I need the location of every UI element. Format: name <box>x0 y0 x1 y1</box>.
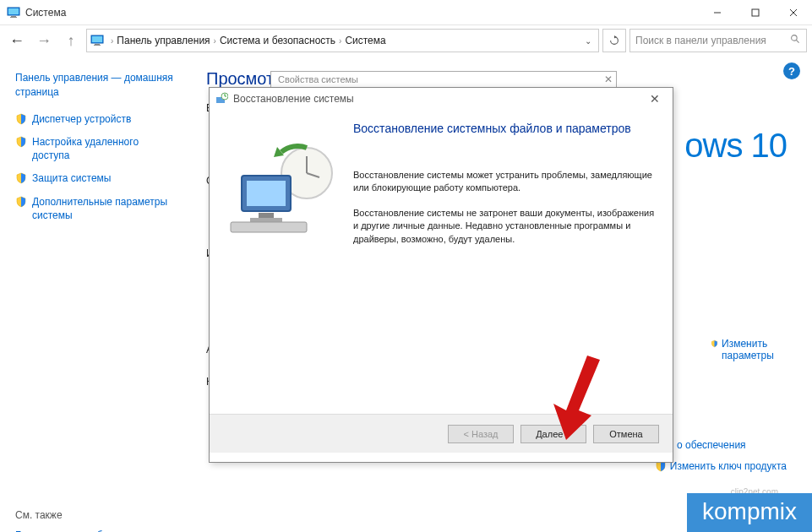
sidebar-device-manager[interactable]: Диспетчер устройств <box>15 113 176 127</box>
system-restore-dialog: Восстановление системы ✕ Восстановление … <box>209 87 673 463</box>
license-terms-link[interactable]: о обеспечения <box>677 439 787 451</box>
next-button[interactable]: Далее > <box>520 425 586 443</box>
change-settings-link[interactable]: Изменить параметры <box>711 338 787 361</box>
svg-rect-20 <box>247 181 286 206</box>
shield-icon <box>15 113 27 125</box>
breadcrumb-item[interactable]: Панель управления <box>117 35 210 46</box>
watermark: kompmix <box>687 493 812 532</box>
forward-button[interactable]: → <box>32 29 56 52</box>
svg-line-13 <box>796 40 798 42</box>
control-panel-home-link[interactable]: Панель управления — домашняя страница <box>15 71 176 100</box>
close-icon[interactable]: ✕ <box>642 92 668 106</box>
sidebar-item-label: Защита системы <box>32 172 111 186</box>
maximize-button[interactable] <box>736 0 774 25</box>
shield-icon <box>711 338 718 350</box>
breadcrumb[interactable]: › Панель управления › Система и безопасн… <box>86 29 599 52</box>
chevron-down-icon[interactable]: ⌄ <box>585 36 595 46</box>
refresh-button[interactable] <box>602 29 626 52</box>
breadcrumb-sep: › <box>111 36 113 46</box>
svg-rect-3 <box>10 17 17 18</box>
dialog-header: Восстановление системы ✕ <box>210 88 673 110</box>
dialog-text: Восстановление системных файлов и параме… <box>353 118 656 405</box>
restore-illustration <box>226 144 336 236</box>
breadcrumb-sep: › <box>214 36 216 46</box>
svg-rect-5 <box>752 9 759 16</box>
dialog-title: Свойства системы <box>271 72 616 87</box>
cancel-button[interactable]: Отмена <box>593 425 659 443</box>
back-button[interactable]: ← <box>5 29 29 52</box>
search-placeholder: Поиск в панели управления <box>635 35 790 46</box>
minimize-button[interactable] <box>698 0 736 25</box>
link-label: Изменить ключ продукта <box>670 460 787 472</box>
svg-rect-10 <box>95 44 100 45</box>
see-also-label: См. также <box>15 509 176 521</box>
svg-rect-9 <box>92 36 102 42</box>
svg-rect-21 <box>259 213 274 218</box>
close-button[interactable] <box>774 0 812 25</box>
dialog-footer: < Назад Далее > Отмена <box>210 414 673 453</box>
shield-icon <box>15 196 27 208</box>
svg-rect-22 <box>250 218 282 222</box>
system-icon <box>7 6 20 19</box>
dialog-body: Восстановление системных файлов и параме… <box>210 110 673 414</box>
back-button: < Назад <box>448 425 514 443</box>
change-product-key-link[interactable]: Изменить ключ продукта <box>655 460 787 472</box>
dialog-heading: Восстановление системных файлов и параме… <box>353 122 656 135</box>
dialog-title: Восстановление системы <box>233 93 642 105</box>
toolbar: ← → ↑ › Панель управления › Система и бе… <box>0 25 812 56</box>
windows-10-branding: ows 10 <box>684 127 787 165</box>
search-input[interactable]: Поиск в панели управления <box>629 29 807 52</box>
dialog-paragraph: Восстановление системы может устранить п… <box>353 169 656 195</box>
svg-rect-23 <box>231 222 307 232</box>
dialog-paragraph: Восстановление системы не затронет ваши … <box>353 207 656 246</box>
sidebar-system-protection[interactable]: Защита системы <box>15 172 176 186</box>
sidebar-adv-system[interactable]: Дополнительные параметры системы <box>15 196 176 222</box>
svg-rect-2 <box>11 16 16 17</box>
link-label: Изменить параметры <box>722 338 787 361</box>
titlebar: Система <box>0 0 812 25</box>
window-title: Система <box>25 7 698 19</box>
breadcrumb-item[interactable]: Система и безопасность <box>220 35 335 46</box>
sidebar: Панель управления — домашняя страница Ди… <box>0 56 186 532</box>
search-icon <box>790 34 801 47</box>
shield-icon <box>15 136 27 148</box>
svg-rect-11 <box>94 45 101 46</box>
system-properties-dialog: Свойства системы ✕ <box>270 71 617 88</box>
up-button[interactable]: ↑ <box>59 29 83 52</box>
breadcrumb-sep: › <box>339 36 341 46</box>
close-icon[interactable]: ✕ <box>604 73 613 85</box>
sidebar-item-label: Настройка удаленного доступа <box>32 136 176 162</box>
breadcrumb-item[interactable]: Система <box>345 35 385 46</box>
sidebar-remote-access[interactable]: Настройка удаленного доступа <box>15 136 176 162</box>
sidebar-item-label: Дополнительные параметры системы <box>32 196 176 222</box>
link-label: о обеспечения <box>677 439 746 451</box>
monitor-icon <box>90 34 104 47</box>
shield-icon <box>15 172 27 184</box>
svg-rect-1 <box>8 8 19 14</box>
svg-point-12 <box>792 35 798 41</box>
sidebar-item-label: Диспетчер устройств <box>32 113 131 127</box>
restore-icon <box>215 92 228 106</box>
